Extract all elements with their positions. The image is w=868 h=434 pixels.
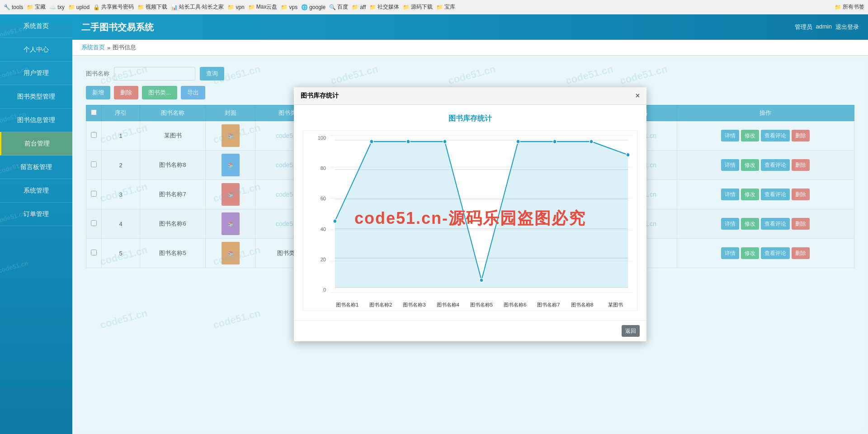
modal-back-button[interactable]: 返回 [622,325,640,337]
browser-toolbar: 🔧 tools 📁 宝藏 ☁️ txy 📁 uplod 🔒 共享账号密码 📁 视… [0,0,868,14]
bookmark-webmaster-tools[interactable]: 📊 站长工具·站长之家 [171,3,224,11]
y-label-40: 40 [321,226,326,232]
svg-point-6 [333,219,337,223]
svg-point-13 [590,140,593,144]
x-axis: 图书名称1图书名称2图书名称3图书名称4图书名称5图书名称6图书名称7图书名称8… [330,302,632,308]
bookmark-shared-account[interactable]: 🔒 共享账号密码 [93,3,134,11]
modal-close-button[interactable]: × [636,92,640,100]
sidebar-item-system[interactable]: 系统管理 [0,179,72,203]
modal-dialog: 图书库存统计 × 图书库存统计 100 80 60 40 20 [294,87,646,341]
svg-point-8 [406,140,410,144]
modal-footer: 返回 [294,320,646,341]
bookmark-vpn[interactable]: 📁 vpn [227,4,244,10]
bookmark-social-media[interactable]: 📁 社交媒体 [369,3,399,11]
grid-line-100 [330,292,632,293]
bookmark-txy[interactable]: ☁️ txy [49,4,64,10]
bookmark-vps[interactable]: 📁 vps [281,4,297,10]
chart-svg [330,135,632,292]
app-container: code51.cn code51.cn code51.cn code51.cn … [0,14,868,434]
admin-name: admin [816,23,832,31]
header-title: 二手图书交易系统 [81,21,154,33]
header-user-area: 管理员 admin 退出登录 [795,23,859,31]
breadcrumb-current: 图书信息 [113,43,136,52]
bookmark-all[interactable]: 📁 所有书签 [835,3,864,11]
sidebar-item-orders[interactable]: 订单管理 [0,203,72,226]
bookmark-tools[interactable]: 🔧 tools [4,4,23,10]
x-label-3: 图书名称4 [431,302,465,308]
bookmark-video-download[interactable]: 📁 视频下载 [137,3,167,11]
y-label-100: 100 [318,135,326,141]
bookmark-baozang[interactable]: 📁 宝藏 [27,3,46,11]
logout-link[interactable]: 退出登录 [835,23,859,31]
y-label-20: 20 [321,257,326,262]
x-label-5: 图书名称6 [498,302,532,308]
bookmark-google[interactable]: 🌐 google [301,4,326,10]
modal-title: 图书库存统计 [301,92,339,100]
admin-label: 管理员 [795,23,812,31]
bookmark-aff[interactable]: 📁 aff [352,4,366,10]
modal-backdrop: 图书库存统计 × 图书库存统计 100 80 60 40 20 [77,60,863,429]
y-label-60: 60 [321,196,326,201]
sidebar-item-home[interactable]: 系统首页 [0,14,72,38]
x-label-2: 图书名称3 [397,302,431,308]
breadcrumb: 系统首页 » 图书信息 [72,40,868,56]
sidebar-item-users[interactable]: 用户管理 [0,61,72,85]
x-label-1: 图书名称2 [364,302,397,308]
bookmark-source-download[interactable]: 📁 源码下载 [403,3,433,11]
x-label-8: 某图书 [599,302,632,308]
sidebar-item-profile[interactable]: 个人中心 [0,38,72,61]
svg-point-14 [626,153,630,157]
x-label-6: 图书名称7 [532,302,565,308]
header: 二手图书交易系统 管理员 admin 退出登录 [72,14,868,40]
content-area: code51.cn code51.cn code51.cn code51.cn … [77,60,863,429]
svg-point-7 [370,140,373,144]
chart-title: 图书库存统计 [303,114,637,123]
bookmark-uplod[interactable]: 📁 uplod [68,4,90,10]
svg-point-9 [443,140,447,144]
sidebar-item-frontend[interactable]: 前台管理 [0,132,72,156]
chart-area [330,135,632,292]
svg-point-12 [553,140,557,144]
svg-point-10 [480,278,483,282]
chart-container: 100 80 60 40 20 0 [303,130,637,311]
bookmark-maxcloud[interactable]: 📁 Max云盘 [248,3,278,11]
x-label-4: 图书名称5 [465,302,498,308]
breadcrumb-home[interactable]: 系统首页 [81,43,105,52]
sidebar-item-guestbook[interactable]: 留言板管理 [0,156,72,179]
modal-body: 图书库存统计 100 80 60 40 20 0 [294,105,646,320]
main-content: 二手图书交易系统 管理员 admin 退出登录 系统首页 » 图书信息 code… [72,14,868,434]
x-label-0: 图书名称1 [330,302,364,308]
sidebar-item-book-types[interactable]: 图书类型管理 [0,85,72,108]
y-label-0: 0 [323,287,326,292]
bookmark-baidu[interactable]: 🔍 百度 [329,3,348,11]
y-label-80: 80 [321,165,326,171]
svg-point-11 [516,140,520,144]
modal-header: 图书库存统计 × [294,87,646,105]
sidebar: code51.cn code51.cn code51.cn code51.cn … [0,14,72,434]
breadcrumb-separator: » [107,44,110,51]
sidebar-item-book-info[interactable]: 图书信息管理 [0,108,72,132]
y-axis: 100 80 60 40 20 0 [303,135,328,292]
x-label-7: 图书名称8 [566,302,599,308]
bookmark-baoku[interactable]: 📁 宝库 [436,3,455,11]
